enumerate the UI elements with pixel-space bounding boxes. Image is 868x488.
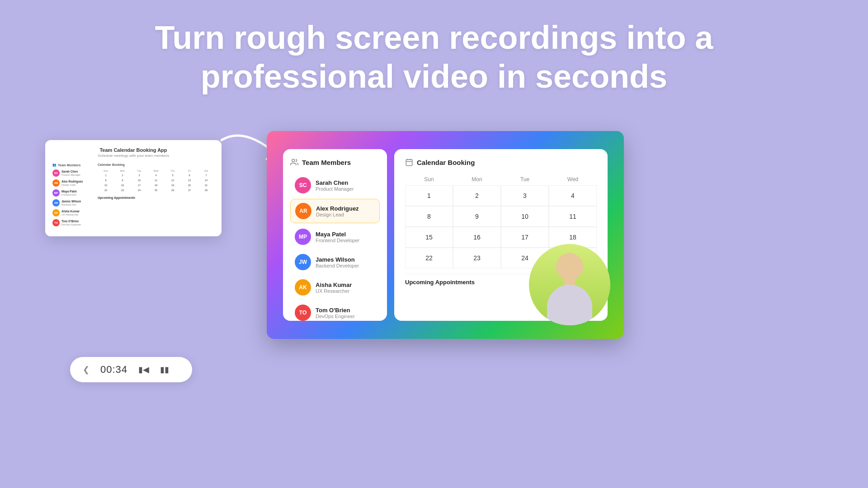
right-panel: Team Members SC Sarah Chen Product Manag… — [267, 131, 624, 339]
mini-cal-cell: 16 — [114, 183, 131, 188]
calendar-title: Calendar Booking — [417, 159, 475, 166]
mini-cal-cell: 25 — [148, 188, 164, 192]
member-info: James Wilson Backend Developer — [316, 256, 359, 268]
cal-cell: 1 — [405, 185, 453, 206]
mini-cal-cell: 27 — [181, 188, 198, 192]
member-item[interactable]: AK Aisha Kumar UX Researcher — [290, 276, 380, 299]
mini-avatar: MP — [52, 189, 60, 197]
mini-member-info: Alex Rodriguez Design Lead — [61, 180, 83, 186]
cal-cell: 11 — [549, 206, 597, 227]
mini-member-item: AR Alex Rodriguez Design Lead — [52, 179, 93, 187]
cal-cell: 16 — [453, 227, 501, 248]
mini-cal-cell: 13 — [181, 178, 198, 183]
member-item[interactable]: SC Sarah Chen Product Manager — [290, 174, 380, 197]
mini-cal-cell: 4 — [148, 173, 164, 178]
svg-rect-1 — [406, 160, 412, 166]
mini-cal-cell: 17 — [131, 183, 147, 188]
member-item[interactable]: JW James Wilson Backend Developer — [290, 250, 380, 274]
left-panel: Team Calendar Booking App Schedule meeti… — [45, 140, 222, 236]
mini-calendar-grid: SunMonTueWedThuFriSat1234567891011121314… — [98, 169, 214, 192]
mini-cal-cell: 28 — [198, 188, 214, 192]
mini-cal-day-header: Tue — [131, 169, 147, 173]
mini-cal-cell: 3 — [131, 173, 147, 178]
mini-avatar: AK — [52, 209, 60, 216]
mini-member-info: Maya Patel Frontend Dev — [61, 190, 77, 196]
mini-cal-day-header: Thu — [165, 169, 181, 173]
right-members-list: SC Sarah Chen Product Manager AR Alex Ro… — [290, 174, 380, 321]
left-panel-subtitle: Schedule meetings with your team members — [52, 154, 214, 158]
back-button[interactable]: ❮ — [83, 365, 90, 375]
mini-member-name: James Wilson — [61, 200, 81, 203]
team-icon — [290, 158, 298, 166]
mini-cal-cell: 19 — [165, 183, 181, 188]
mini-cal-day-header: Mon — [114, 169, 131, 173]
mini-member-role: Backend Dev — [61, 203, 81, 206]
mini-sidebar-label: 👥 Team Members — [52, 163, 93, 167]
mini-member-role: Frontend Dev — [61, 193, 77, 196]
mini-cal-cell: 22 — [98, 188, 114, 192]
mini-cal-cell: 5 — [165, 173, 181, 178]
mini-cal-day-header: Wed — [148, 169, 164, 173]
mini-member-info: Tom O'Brien DevOps Engineer — [61, 220, 81, 226]
cal-day-header: Tue — [501, 174, 549, 185]
mini-member-item: SC Sarah Chen Product Manager — [52, 169, 93, 177]
heading-line2: professional video in seconds — [45, 57, 823, 96]
cal-cell: 2 — [453, 185, 501, 206]
mini-cal-cell: 23 — [114, 188, 131, 192]
video-controls: ❮ 00:34 ▮◀ ▮▮ — [70, 357, 192, 382]
mini-member-item: MP Maya Patel Frontend Dev — [52, 189, 93, 197]
svg-point-0 — [292, 159, 295, 162]
mini-cal-day-header: Sun — [98, 169, 114, 173]
cal-cell: 22 — [405, 248, 453, 268]
skip-button[interactable]: ▮◀ — [138, 365, 149, 375]
mini-cal-day-header: Fri — [181, 169, 198, 173]
mini-member-item: TO Tom O'Brien DevOps Engineer — [52, 219, 93, 226]
mini-member-item: AK Aisha Kumar UX Researcher — [52, 209, 93, 216]
member-name: Alex Rodriguez — [316, 205, 359, 212]
member-name: Maya Patel — [316, 231, 359, 238]
mini-member-role: Product Manager — [61, 174, 80, 176]
member-item[interactable]: TO Tom O'Brien DevOps Engineer — [290, 301, 380, 321]
presenter-avatar — [529, 244, 610, 325]
member-info: Maya Patel Frontend Developer — [316, 231, 359, 243]
pause-button[interactable]: ▮▮ — [160, 365, 169, 375]
main-heading: Turn rough screen recordings into a prof… — [0, 18, 868, 96]
mini-member-name: Alex Rodriguez — [61, 180, 83, 183]
member-info: Sarah Chen Product Manager — [316, 179, 354, 192]
member-role: Frontend Developer — [316, 238, 359, 243]
mini-member-role: DevOps Engineer — [61, 223, 81, 226]
mini-cal-cell: 11 — [148, 178, 164, 183]
mini-sidebar: 👥 Team Members SC Sarah Chen Product Man… — [52, 163, 93, 229]
team-panel-title: Team Members — [302, 159, 351, 166]
cal-day-header: Wed — [549, 174, 597, 185]
cal-cell: 15 — [405, 227, 453, 248]
member-item[interactable]: AR Alex Rodriguez Design Lead — [290, 199, 380, 223]
mini-member-info: James Wilson Backend Dev — [61, 200, 81, 206]
mini-cal-cell: 6 — [181, 173, 198, 178]
left-panel-title: Team Calendar Booking App — [52, 147, 214, 153]
mini-member-name: Sarah Chen — [61, 170, 80, 174]
mini-member-info: Sarah Chen Product Manager — [61, 170, 80, 176]
member-role: UX Researcher — [316, 288, 352, 294]
cal-cell: 4 — [549, 185, 597, 206]
mini-cal-cell: 7 — [198, 173, 214, 178]
mini-cal-cell: 21 — [198, 183, 214, 188]
calendar-header: Calendar Booking — [405, 158, 597, 166]
mini-member-name: Aisha Kumar — [61, 210, 80, 213]
team-members-panel: Team Members SC Sarah Chen Product Manag… — [283, 149, 387, 321]
heading-line1: Turn rough screen recordings into a — [45, 18, 823, 57]
mini-cal-cell: 1 — [98, 173, 114, 178]
mini-member-role: Design Lead — [61, 183, 83, 186]
mini-member-name: Tom O'Brien — [61, 220, 81, 223]
mini-avatar: JW — [52, 199, 60, 206]
member-avatar: AK — [295, 279, 311, 296]
mini-cal-cell: 20 — [181, 183, 198, 188]
member-name: James Wilson — [316, 256, 359, 263]
mini-member-name: Maya Patel — [61, 190, 77, 193]
timer-display: 00:34 — [100, 364, 127, 375]
member-item[interactable]: MP Maya Patel Frontend Developer — [290, 225, 380, 249]
member-role: Design Lead — [316, 212, 359, 217]
mini-cal-cell: 12 — [165, 178, 181, 183]
calendar-icon — [405, 158, 413, 166]
mini-avatar: TO — [52, 219, 60, 226]
